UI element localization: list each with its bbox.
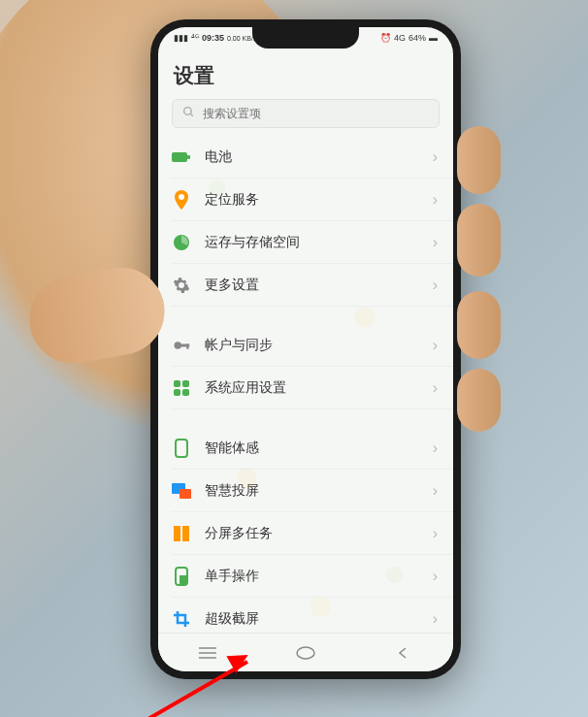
svg-point-4 <box>179 194 184 200</box>
chevron-right-icon: › <box>433 191 438 209</box>
battery-percent: 64% <box>408 33 426 43</box>
search-input[interactable] <box>203 107 429 120</box>
chevron-right-icon: › <box>433 525 438 542</box>
row-label: 智慧投屏 <box>205 482 433 500</box>
svg-point-0 <box>184 108 192 115</box>
split-icon <box>172 524 191 543</box>
page-title: 设置 <box>158 49 453 99</box>
settings-row-apps[interactable]: 系统应用设置 › <box>172 367 453 409</box>
gear-icon <box>172 276 191 295</box>
svg-point-6 <box>175 342 182 349</box>
chevron-right-icon: › <box>433 277 438 294</box>
battery-icon <box>172 147 191 167</box>
location-icon <box>172 190 191 210</box>
svg-rect-19 <box>180 576 186 584</box>
chevron-right-icon: › <box>433 440 438 457</box>
net-4g: 4G <box>394 33 406 43</box>
settings-row-gear[interactable]: 更多设置 › <box>172 264 453 307</box>
alarm-icon: ⏰ <box>380 33 391 43</box>
svg-rect-17 <box>182 526 189 541</box>
row-label: 电池 <box>205 148 433 166</box>
sensor-icon <box>172 439 191 458</box>
network-type: ⁴ᴳ <box>191 33 199 43</box>
svg-rect-15 <box>180 489 191 499</box>
settings-row-cast[interactable]: 智慧投屏 › <box>172 470 453 512</box>
search-icon <box>182 105 195 122</box>
notch <box>252 27 359 49</box>
svg-line-1 <box>190 114 193 116</box>
svg-rect-16 <box>174 526 180 541</box>
screen: ▮▮▮ ⁴ᴳ 09:35 0.00 KB/s ⏰ 4G 64% ▬ 设置 电池 … <box>158 27 453 671</box>
chevron-right-icon: › <box>433 568 438 585</box>
row-label: 更多设置 <box>205 277 433 294</box>
svg-rect-8 <box>186 343 188 348</box>
row-label: 智能体感 <box>205 440 433 457</box>
row-label: 定位服务 <box>205 191 433 209</box>
svg-rect-13 <box>176 440 187 457</box>
search-box[interactable] <box>172 99 440 128</box>
chevron-right-icon: › <box>433 379 438 397</box>
status-time: 09:35 <box>202 33 224 43</box>
key-icon <box>172 336 191 355</box>
svg-rect-12 <box>182 389 189 396</box>
signal-icon: ▮▮▮ <box>174 33 188 43</box>
svg-rect-2 <box>172 152 187 162</box>
chevron-right-icon: › <box>433 148 438 166</box>
settings-row-battery[interactable]: 电池 › <box>172 136 453 179</box>
row-label: 帐户与同步 <box>205 337 433 354</box>
settings-row-location[interactable]: 定位服务 › <box>172 179 453 221</box>
row-label: 运存与存储空间 <box>205 234 433 251</box>
annotation-arrow <box>92 660 247 664</box>
phone-frame: ▮▮▮ ⁴ᴳ 09:35 0.00 KB/s ⏰ 4G 64% ▬ 设置 电池 … <box>150 19 461 679</box>
svg-point-23 <box>297 647 314 659</box>
chevron-right-icon: › <box>433 234 438 251</box>
navigation-bar <box>158 633 453 671</box>
storage-icon <box>172 233 191 252</box>
svg-rect-9 <box>174 380 180 387</box>
chevron-right-icon: › <box>433 482 438 500</box>
settings-row-key[interactable]: 帐户与同步 › <box>172 324 453 367</box>
battery-icon: ▬ <box>429 33 438 43</box>
nav-home-button[interactable] <box>277 638 335 668</box>
onehand-icon <box>172 567 191 586</box>
crop-icon <box>172 609 191 629</box>
settings-row-split[interactable]: 分屏多任务 › <box>172 512 453 555</box>
chevron-right-icon: › <box>433 610 438 628</box>
row-label: 分屏多任务 <box>205 525 433 542</box>
row-label: 单手操作 <box>205 568 433 585</box>
svg-rect-10 <box>182 380 189 387</box>
svg-rect-11 <box>174 389 180 396</box>
row-label: 超级截屏 <box>205 610 433 628</box>
cast-icon <box>172 481 191 501</box>
apps-icon <box>172 378 191 398</box>
settings-row-onehand[interactable]: 单手操作 › <box>172 555 453 598</box>
settings-row-storage[interactable]: 运存与存储空间 › <box>172 221 453 264</box>
chevron-right-icon: › <box>433 337 438 354</box>
svg-rect-3 <box>187 155 190 159</box>
row-label: 系统应用设置 <box>205 379 433 397</box>
settings-row-sensor[interactable]: 智能体感 › <box>172 427 453 470</box>
nav-back-button[interactable] <box>375 638 433 668</box>
